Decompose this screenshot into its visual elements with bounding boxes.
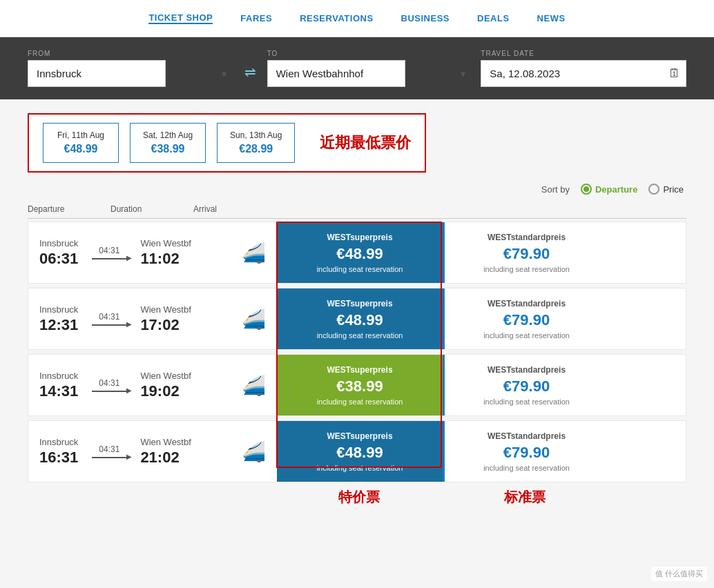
sort-departure[interactable]: Departure — [581, 184, 637, 195]
to-select-wrapper[interactable]: Wien Westbahnhof — [267, 60, 473, 87]
duration-3: 04:31 — [86, 378, 132, 392]
col-arrival: Arrival — [193, 204, 276, 214]
depart-name-1: Innsbruck — [39, 238, 78, 248]
arrive-station-3: Wien Westbf 19:02 — [140, 371, 191, 400]
date-price-sat: €38.99 — [143, 143, 193, 155]
date-label: TRAVEL DATE — [481, 50, 686, 57]
depart-name-3: Innsbruck — [39, 371, 78, 381]
arrive-name-1: Wien Westbf — [140, 238, 191, 248]
super-amount-3: €38.99 — [336, 378, 383, 395]
date-selector-section: Fri, 11th Aug €48.99 Sat, 12th Aug €38.9… — [28, 113, 426, 173]
duration-1: 04:31 — [86, 246, 132, 259]
search-bar: FROM Innsbruck ⇌ TO Wien Westbahnhof TRA… — [0, 37, 714, 99]
depart-name-4: Innsbruck — [39, 437, 78, 447]
std-price-2[interactable]: WESTstandardpreis €79.90 including seat … — [443, 288, 608, 349]
train-icon-3: 🚄 — [242, 374, 266, 397]
std-price-4[interactable]: WESTstandardpreis €79.90 including seat … — [443, 421, 608, 482]
arrive-station-1: Wien Westbf 11:02 — [140, 238, 191, 268]
date-input[interactable] — [481, 60, 686, 87]
std-amount-4: €79.90 — [503, 444, 550, 462]
depart-station-4: Innsbruck 16:31 — [39, 437, 78, 467]
nav-business[interactable]: BUSINESS — [401, 13, 450, 23]
from-field: FROM Innsbruck — [28, 50, 233, 87]
date-label-sat: Sat, 12th Aug — [143, 130, 193, 140]
nav-fares[interactable]: FARES — [240, 13, 272, 23]
nav-reservations[interactable]: RESERVATIONS — [300, 13, 373, 23]
super-price-3[interactable]: WESTsuperpreis €38.99 including seat res… — [277, 355, 443, 415]
depart-station-2: Innsbruck 12:31 — [39, 304, 78, 334]
from-select[interactable]: Innsbruck — [28, 60, 166, 87]
sort-price-label: Price — [663, 184, 684, 195]
super-type-3: WESTsuperpreis — [327, 365, 392, 375]
from-label: FROM — [28, 50, 233, 57]
super-price-1[interactable]: WESTsuperpreis €48.99 including seat res… — [277, 222, 443, 283]
arrive-name-4: Wien Westbf — [140, 437, 191, 447]
date-input-wrapper[interactable]: 🗓 — [481, 60, 686, 87]
depart-time-1: 06:31 — [39, 250, 78, 268]
super-price-2[interactable]: WESTsuperpreis €48.99 including seat res… — [277, 288, 443, 349]
duration-arrow-3 — [92, 391, 126, 392]
date-field: TRAVEL DATE 🗓 — [481, 50, 686, 87]
arrive-station-4: Wien Westbf 21:02 — [140, 437, 191, 467]
sort-departure-label: Departure — [595, 184, 637, 195]
super-type-2: WESTsuperpreis — [327, 299, 392, 308]
annotation-special: 特价票 — [276, 488, 442, 507]
depart-name-2: Innsbruck — [39, 304, 78, 315]
to-select[interactable]: Wien Westbahnhof — [267, 60, 405, 87]
duration-text-4: 04:31 — [99, 444, 119, 454]
arrive-name-3: Wien Westbf — [140, 371, 191, 381]
std-type-4: WESTstandardpreis — [488, 431, 566, 441]
duration-text-2: 04:31 — [99, 312, 119, 322]
sort-price-radio[interactable] — [648, 184, 659, 195]
table-row: Innsbruck 14:31 04:31 Wien Westbf 19:02 … — [28, 354, 686, 416]
std-note-1: including seat reservation — [483, 265, 570, 273]
arrive-time-3: 19:02 — [140, 382, 191, 400]
std-type-1: WESTstandardpreis — [488, 233, 566, 242]
std-price-3[interactable]: WESTstandardpreis €79.90 including seat … — [443, 355, 608, 415]
std-amount-1: €79.90 — [503, 245, 550, 263]
route-info-1: Innsbruck 06:31 04:31 Wien Westbf 11:02 … — [28, 222, 277, 283]
depart-station-3: Innsbruck 14:31 — [39, 371, 78, 400]
duration-4: 04:31 — [86, 444, 132, 458]
col-departure: Departure — [28, 204, 110, 214]
super-amount-2: €48.99 — [336, 311, 383, 329]
watermark: 值 什么值得买 — [651, 567, 707, 581]
std-note-4: including seat reservation — [483, 464, 570, 472]
super-price-4[interactable]: WESTsuperpreis €48.99 including seat res… — [277, 421, 443, 482]
to-label: TO — [267, 50, 473, 57]
date-price-fri: €48.99 — [56, 143, 106, 155]
sort-row: Sort by Departure Price — [28, 184, 686, 195]
col-duration: Duration — [110, 204, 193, 214]
route-info-2: Innsbruck 12:31 04:31 Wien Westbf 17:02 … — [28, 288, 277, 349]
std-amount-2: €79.90 — [503, 311, 550, 329]
super-type-1: WESTsuperpreis — [327, 233, 392, 242]
table-header: Departure Duration Arrival — [28, 200, 686, 219]
std-note-2: including seat reservation — [483, 331, 570, 340]
nav-news[interactable]: NEWS — [537, 13, 566, 23]
nav-ticket-shop[interactable]: TICKET SHOP — [148, 12, 213, 24]
duration-arrow-1 — [92, 258, 126, 259]
depart-station-1: Innsbruck 06:31 — [39, 238, 78, 268]
sort-label: Sort by — [541, 184, 570, 195]
duration-arrow-4 — [92, 457, 126, 458]
duration-text-1: 04:31 — [99, 246, 119, 255]
from-select-wrapper[interactable]: Innsbruck — [28, 60, 233, 87]
arrive-time-1: 11:02 — [140, 250, 191, 268]
sort-price[interactable]: Price — [648, 184, 684, 195]
date-btn-sat[interactable]: Sat, 12th Aug €38.99 — [130, 123, 206, 163]
annotation-row: 特价票 标准票 — [28, 488, 608, 507]
date-btn-fri[interactable]: Fri, 11th Aug €48.99 — [43, 123, 119, 163]
depart-time-2: 12:31 — [39, 316, 78, 334]
arrive-name-2: Wien Westbf — [140, 304, 191, 315]
depart-time-4: 16:31 — [39, 449, 78, 467]
swap-button[interactable]: ⇌ — [242, 58, 259, 86]
route-info-4: Innsbruck 16:31 04:31 Wien Westbf 21:02 … — [28, 421, 277, 482]
std-amount-3: €79.90 — [503, 378, 550, 395]
super-note-2: including seat reservation — [317, 331, 403, 340]
date-btn-sun[interactable]: Sun, 13th Aug €28.99 — [217, 123, 295, 163]
nav-deals[interactable]: DEALS — [477, 13, 510, 23]
date-label-sun: Sun, 13th Aug — [230, 130, 282, 140]
std-price-1[interactable]: WESTstandardpreis €79.90 including seat … — [443, 222, 608, 283]
annotation-standard: 标准票 — [442, 488, 608, 507]
sort-departure-radio[interactable] — [581, 184, 592, 195]
